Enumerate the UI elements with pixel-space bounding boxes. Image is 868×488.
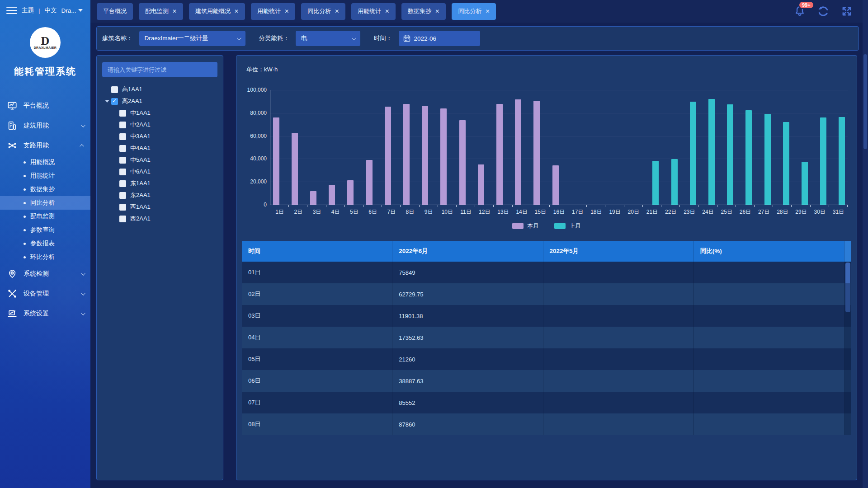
tab-平台概况[interactable]: 平台概况	[97, 3, 133, 20]
table-cell	[543, 392, 694, 413]
column-header: 2022年5月	[543, 241, 694, 262]
tree-node-中4AA1[interactable]: 中4AA1	[102, 142, 217, 154]
table-scrollbar[interactable]	[844, 413, 851, 435]
checkbox[interactable]	[119, 216, 126, 222]
legend-item-上月[interactable]: 上月	[554, 222, 581, 230]
bullet-icon	[24, 188, 26, 191]
table-cell: 17352.63	[392, 327, 543, 348]
checkbox[interactable]	[119, 169, 126, 175]
table-scrollbar[interactable]	[844, 392, 851, 413]
tree-node-西2AA1[interactable]: 西2AA1	[102, 213, 217, 225]
tab-建筑用能概况[interactable]: 建筑用能概况✕	[189, 3, 245, 20]
tab-数据集抄[interactable]: 数据集抄✕	[401, 3, 446, 20]
tree-node-中6AA1[interactable]: 中6AA1	[102, 166, 217, 178]
close-icon[interactable]: ✕	[335, 9, 339, 14]
close-icon[interactable]: ✕	[485, 9, 490, 14]
sidebar-item-5[interactable]: 设备管理	[0, 284, 90, 304]
sidebar-subitem-参数报表[interactable]: 参数报表	[0, 237, 90, 250]
table-row[interactable]: 05日21260	[242, 348, 851, 370]
tree-node-东1AA1[interactable]: 东1AA1	[102, 178, 217, 189]
sidebar-subitem-同比分析[interactable]: 同比分析	[0, 196, 90, 210]
close-icon[interactable]: ✕	[234, 9, 239, 14]
language-label[interactable]: 中文	[45, 6, 57, 14]
sidebar-subitem-用能概况[interactable]: 用能概况	[0, 155, 90, 169]
table-row[interactable]: 08日87860	[242, 413, 851, 435]
table-cell: 11901.38	[392, 305, 543, 327]
table-row[interactable]: 07日85552	[242, 392, 851, 413]
table-scrollbar[interactable]	[844, 283, 851, 305]
sidebar-subitem-环比分析[interactable]: 环比分析	[0, 250, 90, 264]
table-row[interactable]: 03日11901.38	[242, 305, 851, 327]
sidebar-subitem-参数查询[interactable]: 参数查询	[0, 223, 90, 237]
tree-search-input[interactable]	[108, 66, 212, 73]
table-scrollbar[interactable]	[844, 305, 851, 327]
page-scrollbar[interactable]	[863, 0, 868, 488]
x-axis-tick	[326, 205, 326, 207]
refresh-icon[interactable]	[816, 5, 830, 18]
table-row[interactable]: 06日38887.63	[242, 370, 851, 392]
fullscreen-icon[interactable]	[840, 5, 854, 18]
close-icon[interactable]: ✕	[435, 9, 439, 14]
table-scrollbar[interactable]	[844, 370, 851, 392]
table-scrollbar[interactable]	[844, 327, 851, 348]
date-picker[interactable]: 2022-06	[399, 31, 480, 46]
x-axis-tick	[624, 205, 624, 207]
tab-配电监测[interactable]: 配电监测✕	[139, 3, 183, 20]
close-icon[interactable]: ✕	[385, 9, 389, 14]
sidebar-item-6[interactable]: 系统设置	[0, 304, 90, 324]
sidebar-item-3[interactable]: 支路用能	[0, 136, 90, 155]
bar-本月-13日	[496, 104, 503, 205]
checkbox[interactable]	[119, 192, 126, 199]
checkbox[interactable]	[119, 133, 126, 140]
sidebar-subitem-配电监测[interactable]: 配电监测	[0, 210, 90, 223]
tree-node-中3AA1[interactable]: 中3AA1	[102, 131, 217, 142]
tab-用能统计[interactable]: 用能统计✕	[251, 3, 295, 20]
checkbox[interactable]	[119, 204, 126, 211]
bullet-icon	[24, 161, 26, 164]
tab-同比分析[interactable]: 同比分析✕	[452, 3, 496, 20]
table-scrollbar[interactable]	[844, 348, 851, 370]
table-row[interactable]: 04日17352.63	[242, 327, 851, 348]
table-row[interactable]: 01日75849	[242, 262, 851, 283]
sidebar-subitem-用能统计[interactable]: 用能统计	[0, 169, 90, 183]
tree-node-东2AA1[interactable]: 东2AA1	[102, 189, 217, 201]
logo-monogram: D	[41, 36, 50, 46]
sidebar-item-1[interactable]: 平台概况	[0, 96, 90, 116]
hamburger-menu-icon[interactable]	[6, 7, 17, 14]
tab-用能统计[interactable]: 用能统计✕	[351, 3, 396, 20]
checkbox[interactable]	[111, 86, 118, 93]
checkbox[interactable]	[119, 145, 126, 152]
sidebar-item-2[interactable]: 建筑用能	[0, 116, 90, 136]
close-icon[interactable]: ✕	[284, 9, 289, 14]
tree-node-高1AA1[interactable]: 高1AA1	[102, 84, 217, 95]
x-axis-tick-label: 27日	[758, 208, 769, 216]
tree-node-label: 中5AA1	[130, 156, 151, 164]
checkbox[interactable]	[119, 122, 126, 128]
notification-bell-icon[interactable]: 99+	[793, 5, 807, 18]
building-select[interactable]: DraexImaier一二级计量	[139, 31, 245, 46]
expander-icon[interactable]	[103, 100, 111, 103]
checkbox[interactable]	[119, 157, 126, 164]
x-axis-tick	[363, 205, 363, 207]
tree-node-中5AA1[interactable]: 中5AA1	[102, 154, 217, 166]
checkbox[interactable]	[111, 98, 118, 105]
user-menu[interactable]: Dra...	[61, 7, 83, 14]
checkbox[interactable]	[119, 180, 126, 187]
theme-label[interactable]: 主题	[22, 6, 34, 14]
tab-label: 数据集抄	[408, 7, 431, 15]
tree-node-西1AA1[interactable]: 西1AA1	[102, 201, 217, 213]
x-axis-tick	[661, 205, 661, 207]
tree-node-中1AA1[interactable]: 中1AA1	[102, 107, 217, 119]
tree-node-高2AA1[interactable]: 高2AA1	[102, 95, 217, 107]
energy-type-select[interactable]: 电	[296, 31, 360, 46]
sidebar-item-4[interactable]: 系统检测	[0, 264, 90, 284]
tree-node-中2AA1[interactable]: 中2AA1	[102, 119, 217, 131]
column-header: 2022年6月	[392, 241, 543, 262]
table-scrollbar[interactable]	[844, 262, 851, 283]
legend-item-本月[interactable]: 本月	[512, 222, 539, 230]
checkbox[interactable]	[119, 110, 126, 117]
close-icon[interactable]: ✕	[172, 9, 177, 14]
table-row[interactable]: 02日62729.75	[242, 283, 851, 305]
tab-同比分析[interactable]: 同比分析✕	[301, 3, 345, 20]
sidebar-subitem-数据集抄[interactable]: 数据集抄	[0, 183, 90, 196]
